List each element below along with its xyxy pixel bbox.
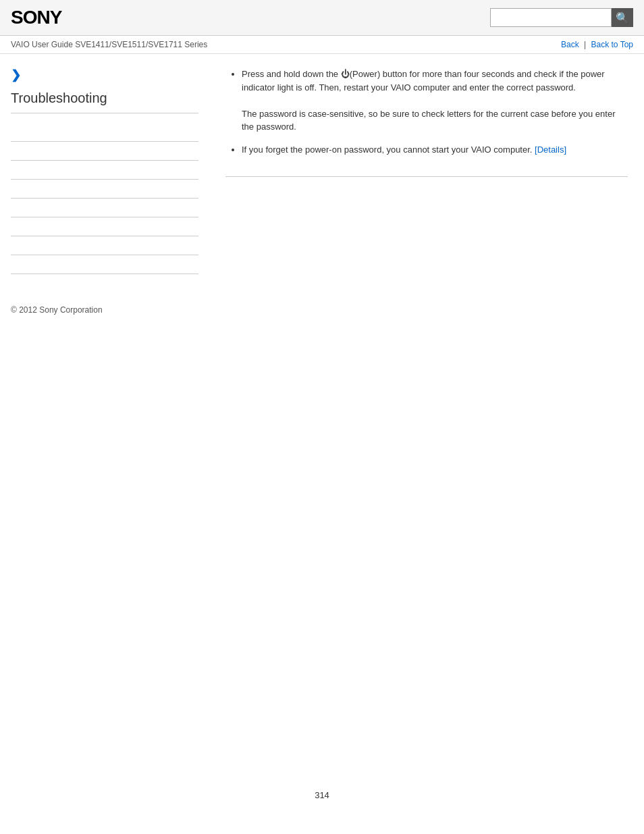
back-to-top-link[interactable]: Back to Top [591,40,633,49]
details-link[interactable]: [Details] [535,145,566,155]
bullet1-text3: The password is case-sensitive, so be su… [242,109,616,132]
copyright: © 2012 Sony Corporation [11,305,103,315]
back-to-top-label: Back to Top [591,40,633,49]
sidebar-link-item [11,161,198,180]
list-item: If you forget the power-on password, you… [242,143,628,157]
search-input[interactable] [490,8,612,27]
bullet-list: Press and hold down the ⏻(Power) button … [225,68,628,177]
search-icon: 🔍 [616,11,629,24]
sidebar-link-item [11,255,198,274]
sidebar-link-item [11,217,198,236]
sony-logo: SONY [11,7,61,28]
sidebar-link-item [11,236,198,255]
search-area: 🔍 [490,8,633,27]
content-section: Press and hold down the ⏻(Power) button … [225,68,628,177]
nav-separator: | [584,40,586,49]
nav-bar: VAIO User Guide SVE1411/SVE1511/SVE1711 … [0,36,644,54]
content-area: Press and hold down the ⏻(Power) button … [209,54,644,339]
sidebar-link-item [11,180,198,199]
power-icon: ⏻ [341,68,350,81]
back-link[interactable]: Back [561,40,579,49]
header: SONY 🔍 [0,0,644,36]
sidebar-title: Troubleshooting [11,90,198,113]
sidebar-link-item [11,123,198,142]
sidebar-link-item [11,199,198,217]
bullet2-text: If you forget the power-on password, you… [242,145,532,155]
sidebar-chevron: ❯ [11,68,198,82]
search-button[interactable]: 🔍 [612,8,633,27]
main-container: ❯ Troubleshooting © 2012 Sony Corporatio… [0,54,644,339]
page-number: 314 [301,777,343,814]
sidebar: ❯ Troubleshooting © 2012 Sony Corporatio… [0,54,209,339]
bullet1-text1: Press and hold down the [242,69,341,79]
footer: © 2012 Sony Corporation [11,294,198,325]
nav-links: Back | Back to Top [561,40,633,49]
list-item: Press and hold down the ⏻(Power) button … [242,68,628,134]
guide-title: VAIO User Guide SVE1411/SVE1511/SVE1711 … [11,40,207,49]
sidebar-link-item [11,142,198,161]
sidebar-links [11,123,198,274]
